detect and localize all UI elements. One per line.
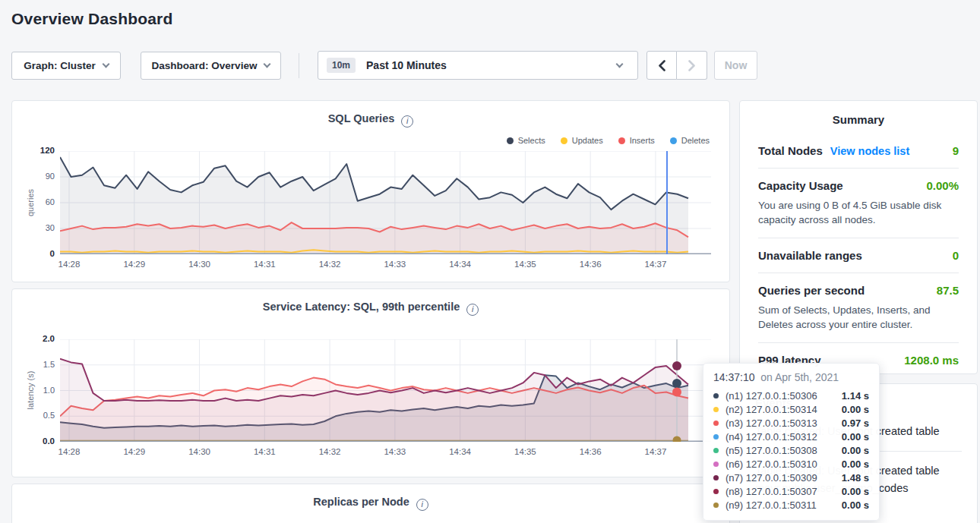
x-tick-label: 14:32 xyxy=(308,260,351,269)
x-tick-label: 14:29 xyxy=(113,447,156,456)
tooltip-node-row-n1: (n1) 127.0.0.1:503061.14 s xyxy=(713,389,869,402)
time-range-select[interactable]: 10m Past 10 Minutes xyxy=(318,51,638,80)
summary-label: Unavailable ranges xyxy=(758,249,862,262)
view-nodes-list-link[interactable]: View nodes list xyxy=(830,145,910,157)
now-button[interactable]: Now xyxy=(714,51,757,80)
prev-range-button[interactable] xyxy=(646,51,677,80)
node-latency-value: 0.97 s xyxy=(842,417,869,429)
y-tick-label: 60 xyxy=(18,197,55,206)
x-tick-label: 14:36 xyxy=(569,260,612,269)
y-tick-label: 0.0 xyxy=(18,436,55,446)
tooltip-node-row-n4: (n4) 127.0.0.1:503120.00 s xyxy=(713,430,869,443)
summary-divider xyxy=(758,273,959,273)
summary-value: 0 xyxy=(953,249,959,262)
dashboard-dropdown-label: Dashboard: Overview xyxy=(152,60,258,71)
y-tick-label: 120 xyxy=(18,146,55,155)
node-address: (n3) 127.0.0.1:50313 xyxy=(726,417,817,429)
summary-value: 0.00% xyxy=(926,179,959,192)
chart-title-replicas-per-node: Replicas per Node xyxy=(313,496,409,508)
summary-value: 9 xyxy=(953,144,959,157)
legend-label: Selects xyxy=(518,136,545,145)
legend-item-selects: Selects xyxy=(507,136,545,145)
legend-item-inserts: Inserts xyxy=(618,136,655,145)
x-tick-label: 14:28 xyxy=(48,447,90,456)
x-tick-label: 14:35 xyxy=(504,260,546,269)
info-icon[interactable]: i xyxy=(466,304,479,316)
sql-legend: SelectsUpdatesInsertsDeletes xyxy=(507,136,710,145)
replicas-per-node-card: Replicas per Nodei 40 xyxy=(11,484,730,523)
legend-dot xyxy=(618,137,625,144)
tooltip-time: 14:37:10 xyxy=(713,371,755,383)
node-address: (n9) 127.0.0.1:50311 xyxy=(726,499,817,511)
summary-row: Capacity Usage0.00%You are using 0 B of … xyxy=(758,179,959,227)
node-color-dot xyxy=(713,434,719,440)
controls-divider xyxy=(299,53,299,78)
node-latency-value: 0.00 s xyxy=(842,499,869,511)
x-tick-label: 14:34 xyxy=(439,260,482,269)
summary-title: Summary xyxy=(758,113,959,126)
chart-title-service-latency: Service Latency: SQL, 99th percentile xyxy=(263,301,460,313)
node-address: (n2) 127.0.0.1:50314 xyxy=(726,404,817,415)
summary-panel: Summary Total NodesView nodes list9Capac… xyxy=(739,100,978,374)
summary-divider xyxy=(758,342,959,343)
x-tick-label: 14:36 xyxy=(569,447,612,456)
service-latency-chart[interactable] xyxy=(60,339,711,442)
summary-label: Capacity Usage xyxy=(758,179,843,192)
node-color-dot xyxy=(713,407,719,412)
graph-dropdown[interactable]: Graph: Cluster xyxy=(11,52,121,80)
tooltip-node-row-n8: (n8) 127.0.0.1:503070.00 s xyxy=(713,484,869,498)
summary-value: 1208.0 ms xyxy=(904,354,959,367)
node-latency-value: 0.00 s xyxy=(842,458,869,470)
x-tick-label: 14:29 xyxy=(113,260,156,269)
time-range-badge: 10m xyxy=(327,58,356,73)
node-address: (n1) 127.0.0.1:50306 xyxy=(726,390,817,402)
summary-divider xyxy=(758,168,959,169)
chevron-right-icon xyxy=(688,60,696,71)
summary-subtitle: You are using 0 B of 4.5 GiB usable disk… xyxy=(758,198,959,227)
x-tick-label: 14:34 xyxy=(439,447,482,456)
next-range-button[interactable] xyxy=(677,51,707,80)
x-tick-label: 14:31 xyxy=(243,447,286,456)
summary-label: Queries per second xyxy=(758,284,865,297)
x-tick-label: 14:33 xyxy=(374,260,416,269)
tooltip-node-row-n5: (n5) 127.0.0.1:503080.00 s xyxy=(713,443,869,457)
y-tick-label: 30 xyxy=(18,223,55,232)
summary-row: Total NodesView nodes list9 xyxy=(758,144,959,157)
node-color-dot xyxy=(713,448,719,453)
legend-item-deletes: Deletes xyxy=(670,136,710,145)
x-tick-label: 14:32 xyxy=(308,447,351,456)
y-tick-label: 0 xyxy=(18,249,55,258)
node-latency-value: 0.00 s xyxy=(842,431,869,443)
y-tick-label: 2.0 xyxy=(18,334,55,343)
x-tick-label: 14:35 xyxy=(504,447,546,456)
legend-item-updates: Updates xyxy=(561,136,603,145)
node-color-dot xyxy=(713,421,719,426)
y-tick-label: 0.5 xyxy=(18,411,55,420)
summary-label: Total Nodes xyxy=(758,144,823,157)
sql-queries-chart[interactable] xyxy=(60,151,711,254)
graph-dropdown-label: Graph: Cluster xyxy=(24,60,96,71)
node-address: (n4) 127.0.0.1:50312 xyxy=(726,431,817,443)
chart-hover-tooltip: 14:37:10 on Apr 5th, 2021 (n1) 127.0.0.1… xyxy=(703,363,880,521)
info-icon[interactable]: i xyxy=(416,499,428,511)
node-address: (n8) 127.0.0.1:50307 xyxy=(726,486,817,497)
node-latency-value: 0.00 s xyxy=(842,486,869,497)
summary-value: 87.5 xyxy=(937,284,959,297)
y-tick-label: 1.5 xyxy=(18,360,55,369)
dashboard-dropdown[interactable]: Dashboard: Overview xyxy=(141,52,281,80)
summary-divider xyxy=(758,238,959,238)
legend-dot xyxy=(507,137,514,144)
chevron-down-icon xyxy=(102,61,109,68)
chart-title-sql-queries: SQL Queries xyxy=(328,112,395,124)
tooltip-node-row-n3: (n3) 127.0.0.1:503130.97 s xyxy=(713,416,869,430)
legend-label: Deletes xyxy=(681,136,710,145)
node-address: (n6) 127.0.0.1:50310 xyxy=(726,458,817,470)
legend-dot xyxy=(670,137,677,144)
page-title: Overview Dashboard xyxy=(11,10,173,28)
y-tick-label: 90 xyxy=(18,172,55,181)
node-color-dot xyxy=(713,393,719,399)
info-icon[interactable]: i xyxy=(401,115,413,128)
legend-label: Inserts xyxy=(630,136,655,145)
x-tick-label: 14:37 xyxy=(634,260,677,269)
chevron-left-icon xyxy=(658,60,666,71)
